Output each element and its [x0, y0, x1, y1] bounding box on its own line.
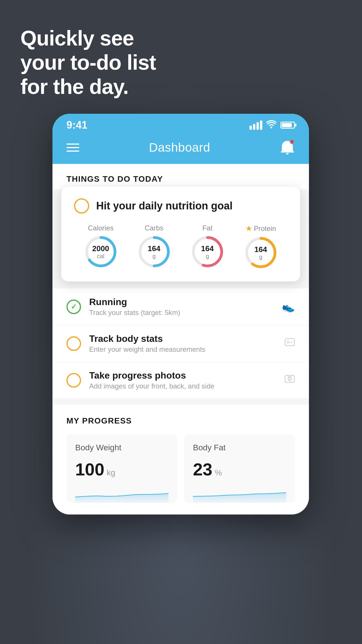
section-title: THINGS TO DO TODAY	[66, 174, 163, 183]
carbs-label: Carbs	[145, 224, 163, 232]
body-fat-chart	[193, 485, 286, 503]
star-icon: ★	[245, 224, 252, 233]
status-time: 9:41	[66, 119, 87, 131]
hamburger-menu[interactable]	[66, 144, 79, 152]
shoe-icon: 👟	[282, 301, 295, 313]
nutrition-calories: Calories 2000 cal	[85, 224, 117, 268]
body-weight-value: 100 kg	[75, 459, 168, 480]
body-stats-title: Track body stats	[89, 333, 276, 344]
nutrition-check-circle[interactable]	[74, 198, 89, 214]
progress-title: MY PROGRESS	[66, 416, 295, 426]
nutrition-main-item: Hit your daily nutrition goal	[74, 198, 287, 214]
body-fat-value: 23 %	[193, 459, 286, 480]
protein-donut: 164 g	[245, 237, 277, 269]
wifi-icon	[266, 120, 276, 130]
fat-donut: 164 g	[191, 236, 224, 268]
nutrition-card: Hit your daily nutrition goal Calories 2…	[61, 187, 300, 281]
calories-donut: 2000 cal	[85, 236, 117, 268]
body-weight-card[interactable]: Body Weight 100 kg	[66, 434, 177, 503]
svg-rect-15	[288, 375, 291, 377]
fat-label: Fat	[202, 224, 212, 232]
calories-label: Calories	[88, 224, 113, 232]
photo-icon	[284, 374, 295, 387]
todo-list: ✓ Running Track your stats (target: 5km)…	[52, 288, 309, 399]
body-weight-label: Body Weight	[75, 443, 168, 452]
photos-check-circle[interactable]	[66, 373, 81, 388]
todo-progress-photos[interactable]: Take progress photos Add images of your …	[52, 362, 309, 399]
running-subtitle: Track your stats (target: 5km)	[89, 309, 274, 317]
nutrition-carbs: Carbs 164 g	[138, 224, 170, 268]
body-fat-card[interactable]: Body Fat 23 %	[184, 434, 295, 503]
body-stats-check-circle[interactable]	[66, 336, 81, 351]
photos-subtitle: Add images of your front, back, and side	[89, 382, 276, 390]
running-title: Running	[89, 297, 274, 307]
notification-bell-button[interactable]	[280, 139, 295, 156]
nutrition-grid: Calories 2000 cal Carbs	[74, 224, 287, 269]
photos-title: Take progress photos	[89, 370, 276, 381]
progress-section: MY PROGRESS Body Weight 100 kg	[52, 405, 309, 514]
nutrition-fat: Fat 164 g	[191, 224, 224, 268]
battery-icon	[280, 122, 295, 129]
check-mark-icon: ✓	[71, 303, 77, 311]
nav-title: Dashboard	[149, 141, 210, 155]
content-area: THINGS TO DO TODAY Hit your daily nutrit…	[52, 164, 309, 514]
section-header: THINGS TO DO TODAY	[52, 164, 309, 190]
nutrition-title: Hit your daily nutrition goal	[96, 200, 233, 212]
headline: Quickly see your to-do list for the day.	[20, 26, 156, 99]
status-bar: 9:41	[52, 114, 309, 134]
scale-icon	[284, 337, 295, 350]
running-check-circle[interactable]: ✓	[66, 300, 81, 314]
status-icons	[249, 120, 295, 130]
signal-icon	[249, 120, 262, 130]
photos-text: Take progress photos Add images of your …	[89, 370, 276, 390]
body-stats-subtitle: Enter your weight and measurements	[89, 345, 276, 354]
notification-dot	[290, 139, 294, 144]
svg-point-14	[289, 378, 290, 379]
body-weight-chart	[75, 485, 168, 503]
protein-label: ★ Protein	[245, 224, 276, 233]
todo-running[interactable]: ✓ Running Track your stats (target: 5km)…	[52, 288, 309, 325]
running-text: Running Track your stats (target: 5km)	[89, 297, 274, 317]
todo-body-stats[interactable]: Track body stats Enter your weight and m…	[52, 325, 309, 362]
nav-bar: Dashboard	[52, 134, 309, 164]
carbs-donut: 164 g	[138, 236, 170, 268]
progress-cards: Body Weight 100 kg	[66, 434, 295, 514]
phone-frame: 9:41 Dashboard	[52, 114, 309, 514]
body-fat-label: Body Fat	[193, 443, 286, 452]
nutrition-protein: ★ Protein 164 g	[245, 224, 277, 269]
body-stats-text: Track body stats Enter your weight and m…	[89, 333, 276, 354]
